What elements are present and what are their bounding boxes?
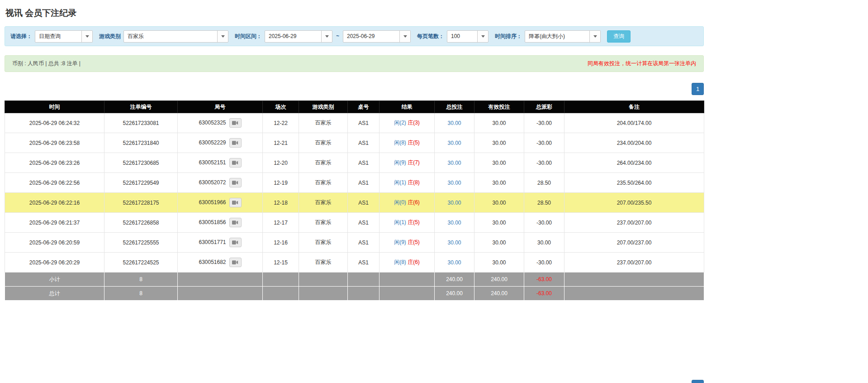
result-banker: 庄(5): [408, 139, 420, 146]
total-row: 总计8240.00240.00-63.00: [5, 287, 704, 301]
cell-round-id: 630052072: [178, 173, 263, 193]
result-banker: 庄(6): [408, 259, 420, 265]
page-container: 视讯 会员下注纪录 请选择： 日期查询 游戏类别 百家乐 时间区间： 2025-…: [5, 0, 704, 383]
cell-payout: 28.50: [524, 173, 564, 193]
cell-total-bet: 30.00: [435, 233, 474, 253]
result-banker: 庄(3): [408, 120, 420, 126]
page-button-1-bottom[interactable]: 1: [692, 380, 704, 383]
query-type-select[interactable]: 日期查询: [35, 30, 93, 43]
cell-note: 234.00/204.00: [564, 133, 704, 153]
cell-session: 12-19: [263, 173, 299, 193]
video-icon[interactable]: [229, 258, 242, 267]
col-header-time: 时间: [5, 101, 104, 113]
total-bet-link[interactable]: 30.00: [447, 140, 461, 146]
cell-valid-bet: 30.00: [474, 153, 524, 173]
total-bet-link[interactable]: 30.00: [447, 220, 461, 226]
table-row: 2025-06-29 06:22:16522617228175630051966…: [5, 193, 704, 213]
cell-result: 闲(1) 庄(5): [379, 213, 435, 233]
sort-select-value[interactable]: 降幂(由大到小): [525, 31, 589, 42]
chevron-down-icon[interactable]: [321, 31, 332, 42]
col-header-note: 备注: [564, 101, 704, 113]
cell-note: 204.00/174.00: [564, 113, 704, 133]
game-type-select[interactable]: 百家乐: [123, 30, 228, 43]
cell-game-type: 百家乐: [299, 113, 348, 133]
cell-valid-bet: 30.00: [474, 193, 524, 213]
cell-table-no: AS1: [348, 153, 379, 173]
cell-game-type: 百家乐: [299, 133, 348, 153]
total-bet-link[interactable]: 30.00: [447, 120, 461, 126]
video-icon[interactable]: [229, 138, 242, 148]
chevron-down-icon[interactable]: [217, 31, 228, 42]
total-bet-link[interactable]: 30.00: [447, 239, 461, 246]
date-from-value[interactable]: 2025-06-29: [265, 31, 321, 42]
cell-total-bet: 30.00: [435, 253, 474, 273]
time-range-label: 时间区间：: [235, 33, 262, 40]
result-banker: 庄(6): [408, 199, 420, 206]
search-button[interactable]: 查询: [607, 30, 631, 43]
result-player: 闲(8): [394, 139, 406, 146]
col-header-session: 场次: [263, 101, 299, 113]
video-icon[interactable]: [229, 178, 242, 187]
cell-note: 207.00/235.50: [564, 193, 704, 213]
footer-payout: -63.00: [524, 287, 564, 301]
query-type-select-value[interactable]: 日期查询: [35, 31, 81, 42]
table-row: 2025-06-29 06:21:37522617226858630051856…: [5, 213, 704, 233]
total-bet-link[interactable]: 30.00: [447, 160, 461, 166]
page-button-1[interactable]: 1: [692, 83, 704, 95]
cell-table-no: AS1: [348, 213, 379, 233]
chevron-down-icon[interactable]: [477, 31, 488, 42]
game-type-select-value[interactable]: 百家乐: [124, 31, 217, 42]
chevron-down-icon[interactable]: [589, 31, 600, 42]
result-player: 闲(9): [394, 159, 406, 166]
page-size-select[interactable]: 100: [447, 30, 489, 43]
cell-result: 闲(9) 庄(7): [379, 153, 435, 173]
page-size-value[interactable]: 100: [447, 31, 477, 42]
total-bet-link[interactable]: 30.00: [447, 259, 461, 266]
cell-bet-id: 522617231840: [104, 133, 178, 153]
table-row: 2025-06-29 06:23:26522617230685630052151…: [5, 153, 704, 173]
video-icon[interactable]: [229, 238, 242, 247]
cell-table-no: AS1: [348, 133, 379, 153]
cell-round-id: 630052151: [178, 153, 263, 173]
cell-game-type: 百家乐: [299, 253, 348, 273]
result-player: 闲(1): [394, 219, 406, 225]
cell-note: 264.00/234.00: [564, 153, 704, 173]
video-icon[interactable]: [229, 198, 242, 207]
footer-count: 8: [104, 273, 178, 287]
sort-select[interactable]: 降幂(由大到小): [525, 30, 601, 43]
footer-label: 小计: [5, 273, 104, 287]
cell-valid-bet: 30.00: [474, 133, 524, 153]
cell-payout: 28.50: [524, 193, 564, 213]
total-bet-link[interactable]: 30.00: [447, 180, 461, 186]
table-row: 2025-06-29 06:24:32522617233081630052325…: [5, 113, 704, 133]
cell-session: 12-17: [263, 213, 299, 233]
date-to-value[interactable]: 2025-06-29: [343, 31, 399, 42]
cell-valid-bet: 30.00: [474, 113, 524, 133]
footer-total-bet: 240.00: [435, 273, 474, 287]
cell-total-bet: 30.00: [435, 173, 474, 193]
cell-game-type: 百家乐: [299, 233, 348, 253]
pagination-top: 1: [5, 83, 704, 95]
cell-note: 237.00/207.00: [564, 253, 704, 273]
cell-time: 2025-06-29 06:24:32: [5, 113, 104, 133]
video-icon[interactable]: [229, 218, 242, 227]
cell-round-id: 630051966: [178, 193, 263, 213]
game-type-label: 游戏类别: [99, 33, 121, 40]
date-separator: ~: [335, 33, 340, 39]
col-header-result: 结果: [379, 101, 435, 113]
date-to-select[interactable]: 2025-06-29: [343, 30, 411, 43]
chevron-down-icon[interactable]: [81, 31, 92, 42]
date-from-select[interactable]: 2025-06-29: [265, 30, 332, 43]
video-icon[interactable]: [229, 158, 242, 168]
cell-result: 闲(8) 庄(6): [379, 253, 435, 273]
result-player: 闲(0): [394, 199, 406, 206]
result-banker: 庄(7): [408, 159, 420, 166]
chevron-down-icon[interactable]: [399, 31, 410, 42]
video-icon[interactable]: [229, 118, 242, 128]
result-player: 闲(8): [394, 259, 406, 265]
col-header-payout: 总派彩: [524, 101, 564, 113]
total-bet-link[interactable]: 30.00: [447, 200, 461, 206]
cell-result: 闲(9) 庄(5): [379, 233, 435, 253]
cell-total-bet: 30.00: [435, 213, 474, 233]
cell-bet-id: 522617225555: [104, 233, 178, 253]
